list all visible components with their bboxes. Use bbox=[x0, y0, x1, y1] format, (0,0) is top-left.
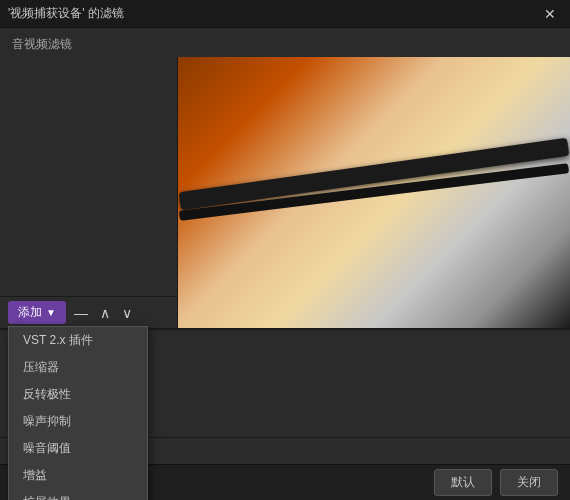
left-toolbar: 添加 ▼ VST 2.x 插件压缩器反转极性噪声抑制噪音阈值增益扩展效果视频延迟… bbox=[0, 296, 177, 328]
move-up-button[interactable]: ∧ bbox=[96, 304, 114, 322]
dropdown-item[interactable]: 压缩器 bbox=[9, 354, 147, 381]
add-dropdown-menu: VST 2.x 插件压缩器反转极性噪声抑制噪音阈值增益扩展效果视频延迟(异步)限… bbox=[8, 326, 148, 500]
dropdown-item[interactable]: 噪声抑制 bbox=[9, 408, 147, 435]
dropdown-arrow-icon: ▼ bbox=[46, 307, 56, 318]
dropdown-item[interactable]: 扩展效果 bbox=[9, 489, 147, 500]
close-button[interactable]: ✕ bbox=[538, 4, 562, 24]
dropdown-item[interactable]: 反转极性 bbox=[9, 381, 147, 408]
dropdown-item[interactable]: 增益 bbox=[9, 462, 147, 489]
upper-panel: 添加 ▼ VST 2.x 插件压缩器反转极性噪声抑制噪音阈值增益扩展效果视频延迟… bbox=[0, 57, 570, 328]
title-bar: '视频捕获设备' 的滤镜 ✕ bbox=[0, 0, 570, 28]
dropdown-item[interactable]: VST 2.x 插件 bbox=[9, 327, 147, 354]
close-dialog-button[interactable]: 关闭 bbox=[500, 469, 558, 496]
right-panel bbox=[178, 57, 570, 328]
remove-button[interactable]: — bbox=[70, 304, 92, 322]
add-button-wrapper: 添加 ▼ VST 2.x 插件压缩器反转极性噪声抑制噪音阈值增益扩展效果视频延迟… bbox=[8, 301, 66, 324]
filter-list-area bbox=[0, 57, 177, 296]
video-preview bbox=[178, 57, 570, 328]
window-title: '视频捕获设备' 的滤镜 bbox=[8, 5, 124, 22]
dropdown-item[interactable]: 噪音阈值 bbox=[9, 435, 147, 462]
add-button[interactable]: 添加 ▼ bbox=[8, 301, 66, 324]
left-panel: 添加 ▼ VST 2.x 插件压缩器反转极性噪声抑制噪音阈值增益扩展效果视频延迟… bbox=[0, 57, 178, 328]
move-down-button[interactable]: ∨ bbox=[118, 304, 136, 322]
default-button[interactable]: 默认 bbox=[434, 469, 492, 496]
add-button-label: 添加 bbox=[18, 304, 42, 321]
main-content: 音视频滤镜 添加 ▼ VST 2.x 插件压缩器反转极性噪声抑制噪音阈值增益扩展… bbox=[0, 28, 570, 500]
audio-video-filter-label: 音视频滤镜 bbox=[0, 28, 570, 57]
